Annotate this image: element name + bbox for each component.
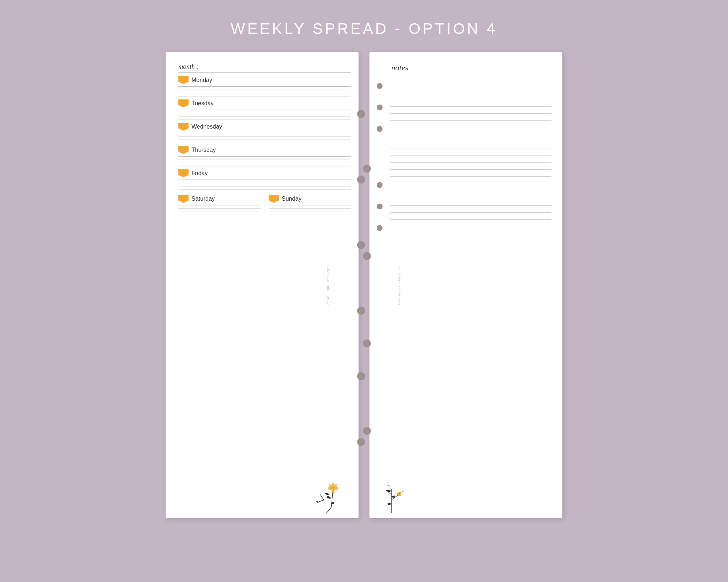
note-line-6a: [390, 227, 551, 227]
bullet-group-3: [377, 125, 551, 180]
saturday-label: Saturday: [191, 196, 215, 202]
bullet-6: [377, 225, 386, 231]
thursday-section: Thursday: [178, 146, 351, 166]
wednesday-line-2: [178, 139, 351, 140]
friday-section: Friday: [178, 169, 351, 190]
note-line-1a: [390, 85, 551, 85]
note-line-3c: [390, 142, 551, 142]
note-line-3e: [390, 156, 551, 156]
sunday-divider: [269, 205, 351, 205]
spreads-container: month : Monday Tuesday: [166, 52, 562, 518]
monday-flag-icon: [178, 76, 189, 84]
note-line-6b: [390, 234, 551, 234]
note-line-3b: [390, 135, 551, 135]
right-hole-4: [363, 427, 371, 435]
note-line-1b: [390, 92, 551, 92]
right-hole-2: [363, 252, 371, 260]
right-hole-3: [363, 339, 371, 347]
thursday-header: Thursday: [178, 146, 351, 154]
brand-text-right: take note · planner co: [397, 266, 401, 305]
bullet-3: [377, 126, 386, 132]
sunday-line-2: [269, 212, 351, 212]
right-page: notes: [369, 52, 562, 518]
thursday-label: Thursday: [191, 147, 216, 153]
wednesday-section: Wednesday: [178, 123, 351, 143]
bullet-dot-5: [377, 204, 383, 209]
tuesday-line-2: [178, 116, 351, 117]
friday-line-3: [178, 189, 351, 190]
month-label: month :: [178, 63, 351, 71]
note-line-2a: [390, 106, 551, 107]
bullet-2: [377, 105, 386, 110]
note-line-2b: [390, 113, 551, 114]
friday-flag-icon: [178, 169, 189, 177]
friday-line-1: [178, 183, 351, 183]
note-line-4b: [390, 191, 551, 191]
note-line-3f: [390, 162, 551, 163]
thursday-line-2: [178, 163, 351, 163]
thursday-divider: [178, 156, 351, 157]
note-line-5c: [390, 219, 551, 220]
bullet-dot-1: [377, 83, 383, 89]
saturday-line-1: [178, 208, 261, 209]
right-hole-1: [363, 165, 371, 173]
note-line-5b: [390, 212, 551, 213]
friday-divider: [178, 180, 351, 180]
monday-label: Monday: [191, 77, 212, 83]
note-line-3a: [390, 128, 551, 128]
friday-header: Friday: [178, 169, 351, 177]
monday-line-1: [178, 90, 351, 90]
saturday-section: Saturday: [178, 193, 265, 215]
bullet-dot-4: [377, 182, 383, 188]
sunday-line-1: [269, 208, 351, 209]
bullet-group-2: [377, 103, 551, 124]
bullet-group-6: [377, 224, 551, 237]
tuesday-section: Tuesday: [178, 99, 351, 120]
wednesday-label: Wednesday: [191, 123, 222, 130]
sunday-label: Sunday: [282, 196, 301, 202]
monday-divider: [178, 86, 351, 87]
monday-line-2: [178, 93, 351, 93]
lines-col-4: [390, 181, 551, 201]
thursday-line-1: [178, 160, 351, 160]
bullet-dot-2: [377, 105, 383, 110]
wednesday-line-3: [178, 143, 351, 143]
tuesday-flag-icon: [178, 99, 189, 107]
lines-col-5: [390, 202, 551, 223]
bullet-4: [377, 182, 386, 188]
lines-col-1: [390, 82, 551, 102]
monday-line-3: [178, 96, 351, 97]
lines-col-3: [390, 125, 551, 180]
notes-line-top: [391, 77, 551, 77]
sunday-header: Sunday: [269, 195, 351, 203]
svg-line-10: [318, 500, 324, 502]
bullet-1: [377, 83, 386, 89]
friday-label: Friday: [191, 170, 207, 177]
floral-decoration-left: [311, 482, 348, 515]
wednesday-divider: [178, 133, 351, 133]
saturday-divider: [178, 205, 261, 205]
note-line-2c: [390, 120, 551, 121]
note-line-4c: [390, 198, 551, 198]
bullet-group-5: [377, 202, 551, 223]
bullet-dot-3: [377, 126, 383, 132]
saturday-line-2: [178, 212, 261, 212]
bullet-5: [377, 204, 386, 209]
thursday-line-3: [178, 166, 351, 166]
saturday-header: Saturday: [178, 195, 261, 203]
note-line-3d: [390, 149, 551, 149]
monday-section: Monday: [178, 76, 351, 97]
tuesday-header: Tuesday: [178, 99, 351, 107]
sunday-section: Sunday: [265, 193, 351, 215]
lines-col-6: [390, 224, 551, 237]
thursday-flag-icon: [178, 146, 189, 154]
floral-decoration-right: [380, 482, 410, 515]
bullet-dot-6: [377, 225, 383, 231]
binder-holes-right: [363, 52, 371, 518]
svg-line-16: [388, 485, 391, 489]
page-title: WEEKLY SPREAD - OPTION 4: [231, 20, 498, 38]
note-line-3h: [390, 176, 551, 177]
tuesday-divider: [178, 110, 351, 110]
wednesday-header: Wednesday: [178, 123, 351, 131]
note-line-4a: [390, 184, 551, 184]
